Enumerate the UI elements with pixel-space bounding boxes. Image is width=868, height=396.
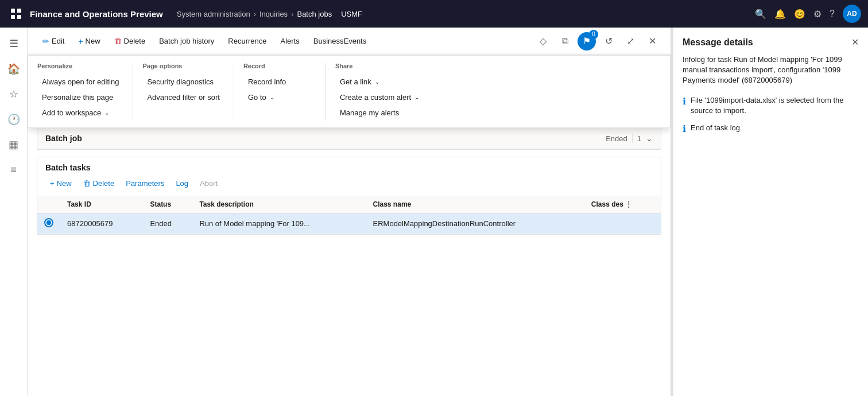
radio-button-selected[interactable] [44, 218, 53, 227]
col-task-id: Task ID [60, 196, 143, 213]
cell-task-desc: Run of Model mapping 'For 109... [192, 213, 366, 234]
batch-tasks-table: Task ID Status Task description Class na… [37, 196, 661, 234]
col-task-desc: Task description [192, 196, 366, 213]
sidebar-list-icon[interactable]: ≡ [2, 158, 25, 181]
menu-item-add-workspace[interactable]: Add to workspace ⌄ [37, 105, 123, 121]
right-panel-item-2: ℹ End of task log [683, 123, 859, 134]
delete-icon: 🗑 [114, 37, 122, 45]
right-panel-main-text: Infolog for task Run of Model mapping 'F… [683, 55, 859, 86]
bell-icon[interactable]: 🔔 [774, 9, 786, 20]
col-class-name: Class name [366, 196, 584, 213]
right-panel-item-text-2: End of task log [691, 123, 740, 133]
breadcrumb-chevron-1: › [254, 10, 256, 18]
new-button[interactable]: + New [72, 33, 106, 49]
sidebar: ☰ 🏠 ☆ 🕐 ▦ ≡ [0, 28, 28, 396]
tasks-new-button[interactable]: + New [45, 177, 76, 190]
cell-class-des [584, 213, 661, 234]
columns-icon[interactable]: ⧉ [556, 32, 574, 51]
menu-item-security-diagnostics[interactable]: Security diagnostics [142, 74, 224, 90]
avatar[interactable]: AD [843, 5, 861, 23]
sidebar-grid-icon[interactable]: ▦ [2, 133, 25, 156]
row-radio[interactable] [37, 213, 60, 234]
emoji-icon[interactable]: 😊 [794, 9, 805, 20]
alerts-button[interactable]: Alerts [275, 33, 305, 49]
sidebar-menu-icon[interactable]: ☰ [2, 32, 25, 55]
svg-rect-0 [11, 9, 15, 13]
page-options-section: Page options Security diagnostics Advanc… [133, 63, 234, 121]
record-section: Record Record info Go to ⌄ [234, 63, 326, 121]
main-layout: ☰ 🏠 ☆ 🕐 ▦ ≡ ✏ Edit + New 🗑 Delete Batch … [0, 28, 868, 396]
settings-icon[interactable]: ⚙ [813, 9, 822, 20]
menu-item-personalize-page[interactable]: Personalize this page [37, 90, 123, 105]
help-icon[interactable]: ? [830, 9, 835, 19]
batch-job-section: Batch job Ended 1 ⌄ [37, 127, 661, 150]
toolbar: ✏ Edit + New 🗑 Delete Batch job history … [28, 28, 671, 55]
svg-rect-2 [11, 15, 15, 19]
delete-button[interactable]: 🗑 Delete [108, 33, 152, 49]
sidebar-home-icon[interactable]: 🏠 [2, 57, 25, 80]
batch-job-chevron: ⌄ [646, 134, 653, 143]
business-events-button[interactable]: BusinessEvents [308, 33, 373, 49]
right-panel-title: Message details [683, 37, 753, 48]
close-toolbar-icon[interactable]: ✕ [643, 32, 661, 51]
top-nav: Finance and Operations Preview System ad… [0, 0, 868, 28]
tasks-new-icon: + [50, 179, 55, 188]
tasks-parameters-button[interactable]: Parameters [121, 177, 169, 190]
right-panel: Message details ✕ Infolog for task Run o… [673, 28, 868, 396]
right-panel-info-icon-1: ℹ [683, 96, 686, 107]
add-workspace-chevron: ⌄ [104, 110, 109, 116]
batch-tasks-section: Batch tasks + New 🗑 Delete Parameters [37, 157, 661, 235]
sidebar-star-icon[interactable]: ☆ [2, 83, 25, 106]
menu-item-go-to[interactable]: Go to ⌄ [243, 90, 316, 105]
expand-icon[interactable]: ⤢ [621, 32, 640, 51]
cell-status: Ended [143, 213, 192, 234]
batch-history-button[interactable]: Batch job history [153, 33, 220, 49]
svg-rect-3 [17, 15, 21, 19]
nav-icons: 🔍 🔔 😊 ⚙ ? AD [755, 5, 861, 23]
tasks-log-button[interactable]: Log [171, 177, 193, 190]
edit-button[interactable]: ✏ Edit [37, 33, 70, 49]
sidebar-clock-icon[interactable]: 🕐 [2, 108, 25, 131]
menu-item-always-open[interactable]: Always open for editing [37, 74, 123, 90]
menu-item-record-info[interactable]: Record info [243, 74, 316, 90]
batch-job-status: Ended [606, 134, 627, 143]
tasks-delete-button[interactable]: 🗑 Delete [79, 177, 119, 190]
right-panel-header: Message details ✕ [683, 37, 859, 48]
record-section-title: Record [243, 63, 316, 69]
app-grid-icon[interactable] [7, 5, 25, 23]
diamond-icon[interactable]: ◇ [534, 32, 552, 51]
badge: 0 [589, 30, 598, 39]
menu-item-manage-alerts[interactable]: Manage my alerts [335, 105, 424, 121]
svg-rect-1 [17, 9, 21, 13]
batch-job-section-header[interactable]: Batch job Ended 1 ⌄ [37, 128, 661, 149]
content-area: ✏ Edit + New 🗑 Delete Batch job history … [28, 28, 671, 396]
breadcrumb-batch-jobs[interactable]: Batch jobs [297, 10, 332, 18]
right-panel-close[interactable]: ✕ [851, 37, 859, 48]
org-label: USMF [341, 10, 362, 18]
new-icon: + [78, 37, 83, 46]
batch-tasks-header: Batch tasks + New 🗑 Delete Parameters [37, 157, 661, 196]
col-more-icon[interactable]: ⋮ [625, 200, 632, 208]
edit-icon: ✏ [42, 37, 49, 46]
custom-alert-chevron: ⌄ [414, 94, 419, 100]
cell-class-name: ERModelMappingDestinationRunController [366, 213, 584, 234]
menu-item-custom-alert[interactable]: Create a custom alert ⌄ [335, 90, 424, 105]
refresh-icon[interactable]: ↺ [599, 32, 618, 51]
search-icon[interactable]: 🔍 [755, 9, 766, 20]
menu-item-advanced-filter[interactable]: Advanced filter or sort [142, 90, 224, 105]
app-title: Finance and Operations Preview [30, 9, 163, 19]
menu-item-get-link[interactable]: Get a link ⌄ [335, 74, 424, 90]
breadcrumb-inquiries[interactable]: Inquiries [259, 10, 288, 18]
toolbar-right: ◇ ⧉ ⚑ 0 ↺ ⤢ ✕ [534, 32, 661, 51]
tasks-abort-button[interactable]: Abort [195, 177, 222, 190]
table-row[interactable]: 68720005679 Ended Run of Model mapping '… [37, 213, 661, 234]
recurrence-button[interactable]: Recurrence [222, 33, 272, 49]
right-panel-item-text-1: File '1099import-data.xlsx' is selected … [691, 95, 859, 116]
breadcrumb-chevron-2: › [291, 10, 293, 18]
batch-job-section-title: Batch job [45, 134, 606, 143]
right-panel-item-1: ℹ File '1099import-data.xlsx' is selecte… [683, 95, 859, 116]
breadcrumb-system-admin[interactable]: System administration [177, 10, 250, 18]
breadcrumb: System administration › Inquiries › Batc… [177, 10, 332, 18]
get-link-chevron: ⌄ [375, 79, 379, 85]
col-class-des: Class des ⋮ [584, 196, 661, 213]
